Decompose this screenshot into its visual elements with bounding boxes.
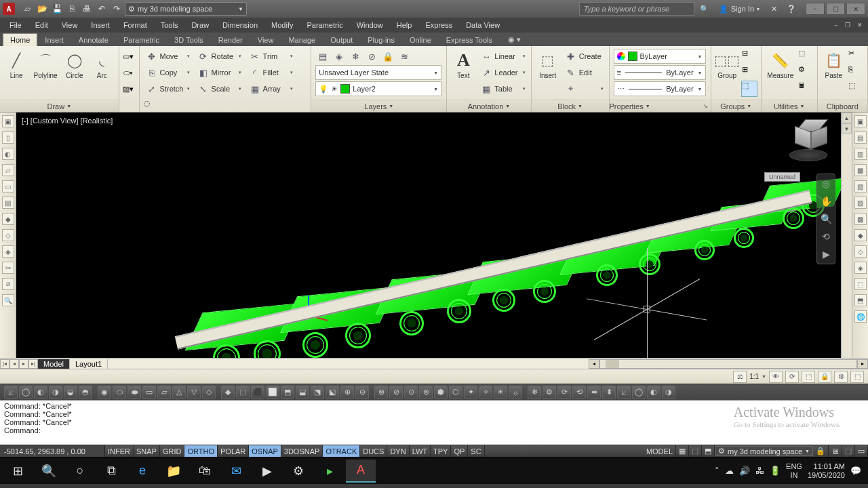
block-edit-button[interactable]: ✎Edit: [563, 65, 606, 80]
anno-hw-icon[interactable]: ⚙: [834, 371, 848, 383]
bottomtool-6-icon[interactable]: ◉: [98, 386, 111, 399]
copy-clip-icon[interactable]: ⎘: [848, 65, 863, 80]
media-icon[interactable]: ▶: [252, 460, 282, 483]
lt-extrude-icon[interactable]: ▯: [2, 131, 14, 144]
settings-icon[interactable]: ⚙: [283, 460, 313, 483]
menu-window[interactable]: Window: [350, 20, 390, 30]
bottomtool-17-icon[interactable]: ⬜: [266, 386, 279, 399]
layer-iso-icon[interactable]: ◈: [332, 49, 347, 64]
lt-union-icon[interactable]: ◆: [2, 213, 14, 225]
status-toggle-grid[interactable]: GRID: [160, 445, 185, 457]
bottomtool-24-icon[interactable]: ⊗: [374, 386, 388, 399]
bottomtool-41-icon[interactable]: ◯: [632, 386, 646, 399]
table-button[interactable]: ▦Table▾: [478, 81, 528, 96]
anno-iso-icon[interactable]: ⬚: [850, 371, 864, 383]
menu-insert[interactable]: Insert: [84, 20, 117, 30]
bottomtool-32-icon[interactable]: ☀: [494, 386, 507, 399]
layer-props-icon[interactable]: ▤: [315, 49, 330, 64]
layer-lock-icon[interactable]: 🔒: [380, 49, 395, 64]
search-go-icon[interactable]: 🔍: [697, 2, 712, 16]
copy-button[interactable]: ⎘Copy▾: [144, 65, 193, 80]
color-combo[interactable]: ByLayer▼: [614, 49, 706, 64]
rotate-button[interactable]: ⟳Rotate▾: [195, 49, 244, 64]
linetype-combo[interactable]: ⋯ByLayer▼: [614, 81, 706, 96]
status-toggle-otrack[interactable]: OTRACK: [323, 445, 360, 457]
nav-zoom-icon[interactable]: 🔍: [819, 212, 833, 226]
code-icon[interactable]: ▸: [315, 460, 344, 483]
bottomtool-29-icon[interactable]: ⬡: [449, 386, 462, 399]
bottomtool-27-icon[interactable]: ⊚: [419, 386, 433, 399]
menu-edit[interactable]: Edit: [28, 20, 55, 30]
start-button[interactable]: ⊞: [3, 460, 33, 483]
status-toggle-polar[interactable]: POLAR: [218, 445, 249, 457]
rt-11-icon[interactable]: ⬚: [854, 278, 867, 290]
rt-12-icon[interactable]: ⬒: [854, 294, 867, 306]
cortana-button[interactable]: ○: [65, 460, 95, 483]
nav-orbit-icon[interactable]: ⟲: [819, 230, 833, 243]
group-sel-icon[interactable]: ⬚: [742, 81, 757, 96]
group-edit-icon[interactable]: ⊞: [742, 65, 757, 80]
window-close-button[interactable]: ✕: [846, 3, 865, 15]
cut-icon[interactable]: ✂: [848, 49, 863, 64]
explorer-icon[interactable]: 📁: [159, 460, 189, 483]
bottomtool-36-icon[interactable]: ⟳: [557, 386, 571, 399]
bottomtool-30-icon[interactable]: ✦: [464, 386, 477, 399]
mdi-close-icon[interactable]: ✕: [854, 20, 865, 30]
polyline-button[interactable]: ⌒Polyline: [31, 49, 59, 81]
bottomtool-11-icon[interactable]: △: [172, 386, 186, 399]
rt-13-icon[interactable]: 🌐: [854, 310, 867, 323]
status-iso-icon[interactable]: ⬚: [842, 445, 855, 457]
menu-view[interactable]: View: [55, 20, 85, 30]
lt-section-icon[interactable]: ✂: [2, 262, 14, 274]
lt-sweep-icon[interactable]: ▭: [2, 180, 14, 192]
lt-box-icon[interactable]: ▣: [2, 115, 14, 127]
bottomtool-19-icon[interactable]: ⬓: [296, 386, 309, 399]
qat-open-icon[interactable]: 📂: [37, 3, 47, 14]
bottomtool-20-icon[interactable]: ⬔: [311, 386, 324, 399]
view-cube[interactable]: [788, 119, 829, 167]
ribbon-tab-online[interactable]: Online: [402, 33, 439, 46]
bottomtool-34-icon[interactable]: ❄: [528, 386, 541, 399]
nav-pan-icon[interactable]: ✋: [819, 195, 833, 208]
menu-format[interactable]: Format: [117, 20, 154, 30]
bottomtool-22-icon[interactable]: ⊕: [340, 386, 354, 399]
tab-nav-last-icon[interactable]: ▸|: [28, 359, 38, 369]
signin-button[interactable]: 👤 Sign In ▾: [715, 5, 764, 14]
layer-match-icon[interactable]: ≋: [397, 49, 412, 64]
anno-auto-icon[interactable]: ⟳: [785, 371, 799, 383]
tab-nav-first-icon[interactable]: |◂: [0, 359, 9, 369]
status-toggle-tpy[interactable]: TPY: [431, 445, 451, 457]
mdi-restore-icon[interactable]: ❐: [842, 20, 853, 30]
tray-notifications-icon[interactable]: 💬: [850, 466, 861, 476]
rt-8-icon[interactable]: ◆: [854, 229, 867, 241]
tray-lang[interactable]: ENG IN: [786, 462, 802, 479]
tray-network-icon[interactable]: 🖧: [755, 466, 764, 476]
bottomtool-1-icon[interactable]: ◯: [19, 386, 33, 399]
layer-freeze-icon[interactable]: ❄: [348, 49, 363, 64]
scale-button[interactable]: ⤡Scale▾: [195, 81, 244, 96]
ribbon-tab-plug-ins[interactable]: Plug-ins: [360, 33, 402, 46]
status-clean-icon[interactable]: ▭: [855, 445, 868, 457]
bottomtool-18-icon[interactable]: ⬒: [281, 386, 294, 399]
tab-layout1[interactable]: Layout1: [70, 359, 108, 369]
rt-7-icon[interactable]: ▩: [854, 213, 867, 225]
bottomtool-16-icon[interactable]: ⬛: [251, 386, 264, 399]
viewport[interactable]: [-] [Custom View] [Realistic]: [16, 113, 841, 358]
menu-modify[interactable]: Modify: [264, 20, 300, 30]
bottomtool-15-icon[interactable]: ⬚: [236, 386, 250, 399]
trim-button[interactable]: ✂Trim▾: [247, 49, 296, 64]
bottomtool-33-icon[interactable]: ☼: [509, 386, 522, 399]
quick-select-icon[interactable]: ⚙: [798, 65, 813, 80]
status-toggle-dyn[interactable]: DYN: [387, 445, 409, 457]
menu-express[interactable]: Express: [418, 20, 459, 30]
window-minimize-button[interactable]: －: [806, 3, 825, 15]
bottomtool-0-icon[interactable]: ⟀: [4, 386, 18, 399]
nav-wheel-icon[interactable]: ◎: [819, 177, 833, 190]
bottomtool-31-icon[interactable]: ✧: [479, 386, 492, 399]
ungroup-icon[interactable]: ⊟: [742, 49, 757, 64]
anno-lock-icon[interactable]: 🔒: [818, 371, 831, 383]
arc-button[interactable]: ◟Arc: [90, 49, 114, 81]
vertical-scrollbar[interactable]: ▲▼: [841, 113, 852, 358]
ribbon-focus-icon[interactable]: ◉ ▾: [504, 33, 525, 46]
mail-icon[interactable]: ✉: [221, 460, 251, 483]
